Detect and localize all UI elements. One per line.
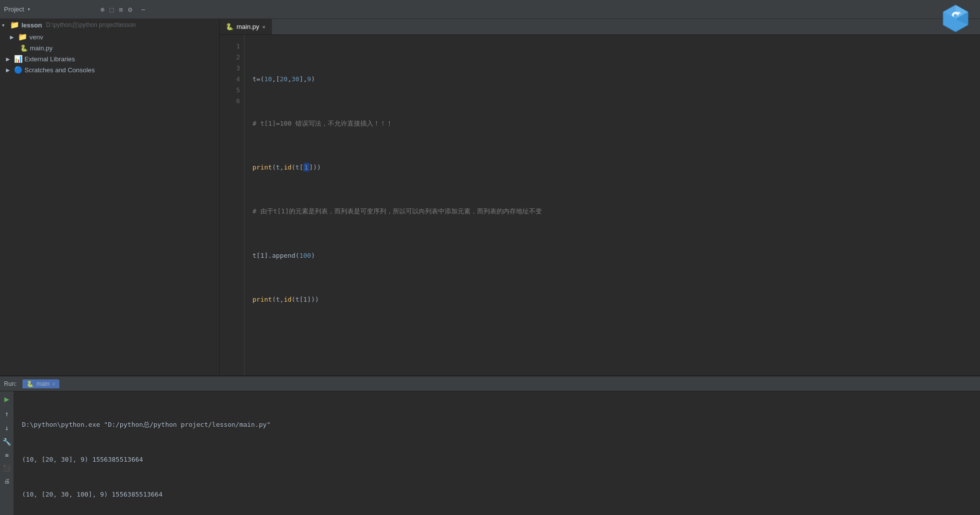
code-token: )	[311, 252, 315, 259]
sidebar-item-mainpy[interactable]: 🐍 main.py	[0, 43, 219, 53]
code-editor[interactable]: 1 2 3 4 5 6 t=(10,[20,30],9) # t[1]=100 …	[220, 35, 980, 375]
logo-area	[941, 19, 970, 35]
scroll-up-icon[interactable]: ↑	[4, 410, 8, 418]
editor-area: 🐍 main.py × 1 2	[220, 19, 980, 375]
external-libraries-label: External Libraries	[24, 55, 75, 63]
code-line-5: t[1].append(100)	[252, 250, 972, 261]
title-bar: Project ▾ ⊕ ⬚ ≡ ⚙ −	[0, 0, 980, 19]
code-token: 30	[291, 75, 299, 83]
code-token: )	[311, 75, 315, 83]
sidebar-item-venv[interactable]: ▶ 📁 venv	[0, 31, 219, 43]
code-token: (t,	[272, 164, 283, 171]
align-icon[interactable]: ⬚	[110, 5, 114, 13]
tab-filename: main.py	[237, 23, 259, 30]
tab-close-btn[interactable]: ×	[262, 24, 265, 30]
minimize-icon[interactable]: −	[141, 5, 145, 13]
expand-arrow-lesson: ▾	[2, 22, 8, 28]
run-tab-close[interactable]: ×	[52, 381, 55, 387]
scratches-label: Scratches and Consoles	[24, 66, 95, 74]
code-token: (t[	[291, 164, 303, 171]
code-token: (t[1]))	[291, 296, 319, 303]
library-icon: 📊	[14, 55, 22, 63]
output-line-2: (10, [20, 30, 100], 9) 1556385513664	[22, 489, 972, 500]
code-token: t[1].append(	[252, 252, 299, 259]
code-token: print	[252, 164, 272, 171]
sidebar-item-lesson[interactable]: ▾ 📁 lesson D:\python总\python project\les…	[0, 19, 219, 31]
code-token: 20	[280, 75, 288, 83]
lesson-path: D:\python总\python project\lesson	[46, 21, 136, 29]
code-content[interactable]: t=(10,[20,30],9) # t[1]=100 错误写法，不允许直接插入…	[245, 35, 980, 375]
code-token: print	[252, 296, 272, 303]
code-token: (t,	[272, 296, 283, 303]
py-file-icon: 🐍	[20, 44, 28, 52]
project-section: Project ▾	[4, 5, 30, 13]
output-line-1: (10, [20, 30], 9) 1556385513664	[22, 454, 972, 465]
indent-icon[interactable]: ≡	[119, 5, 123, 13]
code-token: id	[284, 164, 292, 171]
code-token: # 由于t[1]的元素是列表，而列表是可变序列，所以可以向列表中添加元素，而列表…	[252, 207, 542, 215]
run-label: Run:	[4, 380, 16, 387]
code-line-6: print(t,id(t[1]))	[252, 294, 972, 305]
print-icon[interactable]: 🖨	[4, 478, 10, 485]
run-tab-main[interactable]: 🐍 main ×	[22, 379, 59, 388]
code-line-3: print(t,id(t[1]))	[252, 162, 972, 173]
code-line-2: # t[1]=100 错误写法，不允许直接插入！！！	[252, 118, 972, 129]
code-token: 10	[264, 75, 272, 83]
code-token-cursor: 1	[303, 163, 309, 172]
expand-arrow-extlib: ▶	[6, 56, 12, 62]
mainpy-label: main.py	[30, 44, 53, 52]
code-token: # t[1]=100 错误写法，不允许直接插入！！！	[252, 120, 393, 127]
align-left-icon[interactable]: ≡	[5, 452, 8, 459]
venv-label: venv	[29, 33, 43, 41]
bottom-panel: Run: 🐍 main × ▶ ↑ ↓ 🔧 ≡ ⬛ 🖨 D:\python\py…	[0, 375, 980, 515]
project-label[interactable]: Project	[4, 5, 24, 13]
code-line-4: # 由于t[1]的元素是列表，而列表是可变序列，所以可以向列表中添加元素，而列表…	[252, 206, 972, 217]
settings-icon[interactable]: ⚙	[128, 5, 132, 13]
code-token: ,[	[272, 75, 280, 83]
console-output[interactable]: D:\python\python.exe "D:/python总/python …	[14, 391, 980, 515]
line-numbers: 1 2 3 4 5 6	[220, 35, 245, 375]
run-sidebar: ▶ ↑ ↓ 🔧 ≡ ⬛ 🖨	[0, 391, 14, 515]
run-tab-name: main	[36, 380, 49, 387]
wrench-icon[interactable]: 🔧	[2, 438, 11, 446]
code-token: t=(	[252, 75, 264, 83]
toolbar-icons: ⊕ ⬚ ≡ ⚙ −	[100, 5, 145, 13]
lesson-label: lesson	[21, 21, 42, 29]
project-dropdown-icon[interactable]: ▾	[27, 6, 30, 12]
editor-tab-bar: 🐍 main.py ×	[220, 19, 980, 35]
expand-arrow-scratches: ▶	[6, 67, 12, 73]
expand-arrow-venv: ▶	[10, 34, 16, 40]
tab-mainpy[interactable]: 🐍 main.py ×	[220, 19, 272, 34]
code-token: 100	[299, 252, 311, 259]
sort-icon[interactable]: ⬛	[3, 465, 10, 472]
code-token: ],	[299, 75, 307, 83]
jetbrains-logo	[941, 19, 970, 33]
tab-python-icon: 🐍	[226, 23, 234, 30]
scroll-down-icon[interactable]: ↓	[4, 424, 8, 432]
bottom-tab-bar: Run: 🐍 main ×	[0, 376, 980, 391]
navigate-icon[interactable]: ⊕	[100, 5, 104, 13]
run-play-icon[interactable]: ▶	[4, 394, 9, 404]
bottom-content: ▶ ↑ ↓ 🔧 ≡ ⬛ 🖨 D:\python\python.exe "D:/p…	[0, 391, 980, 515]
code-token: ]))	[309, 164, 321, 171]
project-sidebar: ▾ 📁 lesson D:\python总\python project\les…	[0, 19, 220, 375]
code-line-1: t=(10,[20,30],9)	[252, 74, 972, 85]
run-tab-python-icon: 🐍	[26, 380, 34, 387]
folder-icon-venv: 📁	[18, 32, 27, 41]
sidebar-item-external-libraries[interactable]: ▶ 📊 External Libraries	[0, 53, 219, 64]
folder-icon-lesson: 📁	[10, 20, 19, 29]
scratch-icon: 🔵	[14, 66, 22, 74]
output-line-cmd: D:\python\python.exe "D:/python总/python …	[22, 419, 972, 430]
sidebar-item-scratches[interactable]: ▶ 🔵 Scratches and Consoles	[0, 64, 219, 75]
code-token: id	[284, 296, 292, 303]
main-area: ▾ 📁 lesson D:\python总\python project\les…	[0, 19, 980, 375]
